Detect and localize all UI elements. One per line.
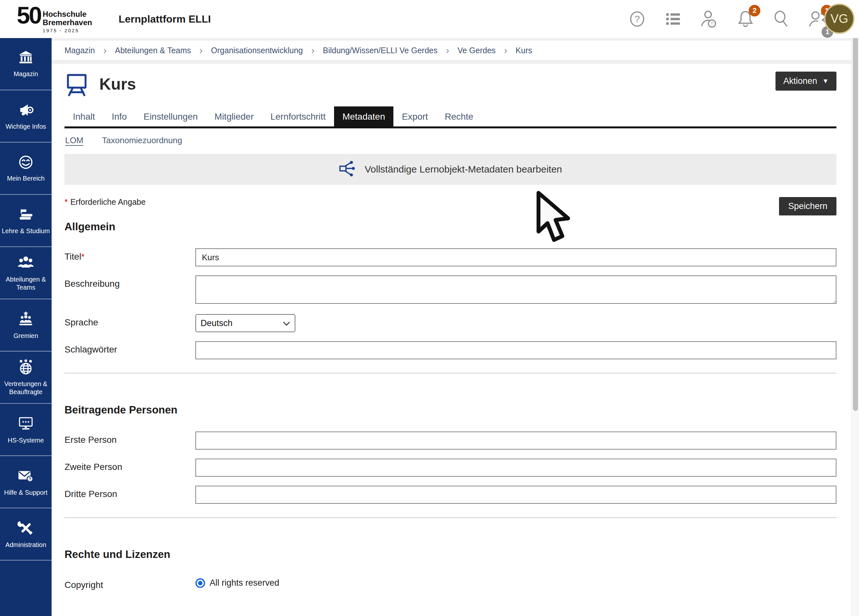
- sidebar-item-label: Magazin: [14, 70, 38, 78]
- second-person-label: Zweite Person: [64, 459, 195, 477]
- tab-lernfortschritt[interactable]: Lernfortschritt: [262, 106, 334, 127]
- section-heading-beitragende: Beitragende Personen: [64, 404, 836, 416]
- section-divider: [64, 373, 836, 374]
- search-icon[interactable]: [771, 9, 792, 29]
- copyright-option-label: All rights reserved: [209, 578, 279, 588]
- description-field-label: Beschreibung: [64, 275, 195, 305]
- second-person-input[interactable]: [195, 459, 836, 477]
- breadcrumb-item-organisationsentwicklung[interactable]: Organisationsentwicklung: [211, 46, 303, 55]
- tab-rechte[interactable]: Rechte: [436, 106, 482, 127]
- logo-name-line2: Bremerhaven: [42, 19, 92, 27]
- notifications-bell-icon[interactable]: 2: [735, 9, 756, 29]
- people-group-icon: [17, 254, 34, 272]
- monitor-password-icon: [17, 415, 34, 433]
- copyright-radio[interactable]: [195, 578, 205, 588]
- description-textarea[interactable]: [195, 275, 836, 304]
- scrollbar-thumb[interactable]: [853, 1, 858, 411]
- sidebar-item-label: Vertretungen & Beauftragte: [1, 380, 50, 396]
- edit-full-metadata-banner[interactable]: Vollständige Lernobjekt-Metadaten bearbe…: [64, 154, 836, 185]
- actions-button-label: Aktionen: [783, 76, 817, 86]
- list-menu-icon[interactable]: [663, 9, 684, 29]
- sidebar-item-label: Mein Bereich: [7, 175, 45, 183]
- keywords-input[interactable]: [195, 341, 836, 359]
- tab-info[interactable]: Info: [103, 106, 136, 127]
- course-board-icon: [64, 72, 89, 97]
- tab-bar: Inhalt Info Einstellungen Mitglieder Ler…: [64, 106, 836, 128]
- sidebar-item-label: Gremien: [14, 332, 38, 340]
- main-sidebar: Magazin Wichtige Infos: [0, 38, 52, 616]
- mail-question-icon: ?: [17, 467, 34, 485]
- building-icon: [18, 50, 34, 67]
- breadcrumb-item-abteilungen[interactable]: Abteilungen & Teams: [115, 46, 191, 55]
- help-icon[interactable]: ?: [627, 9, 648, 29]
- sidebar-item-wichtige-infos[interactable]: Wichtige Infos: [0, 90, 52, 142]
- tab-einstellungen[interactable]: Einstellungen: [135, 106, 206, 127]
- smiley-icon: [18, 155, 34, 171]
- sidebar-item-hs-systeme[interactable]: HS-Systeme: [0, 404, 52, 456]
- keywords-field-label: Schlagwörter: [64, 341, 195, 359]
- first-person-input[interactable]: [195, 432, 836, 450]
- breadcrumb-item-ve-gerdes[interactable]: Ve Gerdes: [458, 46, 496, 55]
- app-window: 50 Hochschule Bremerhaven 1975 - 2025 Le…: [0, 0, 859, 616]
- sidebar-item-gremien[interactable]: Gremien: [0, 299, 52, 352]
- sidebar-filler: [0, 561, 52, 616]
- required-note-label: Erforderliche Angabe: [70, 197, 145, 206]
- section-heading-allgemein: Allgemein: [64, 220, 836, 233]
- subtab-taxonomiezuordnung[interactable]: Taxonomiezuordnung: [102, 136, 182, 145]
- user-pending-icon[interactable]: !: [699, 9, 720, 29]
- breadcrumb-separator: ›: [446, 45, 449, 56]
- sidebar-item-hilfe-support[interactable]: ? Hilfe & Support: [0, 456, 52, 508]
- logo-50: 50: [17, 5, 41, 27]
- svg-text:?: ?: [634, 14, 640, 24]
- breadcrumb-separator: ›: [199, 45, 203, 56]
- copyright-field-label: Copyright: [64, 577, 195, 590]
- university-logo[interactable]: 50 Hochschule Bremerhaven 1975 - 2025: [17, 5, 92, 33]
- title-input[interactable]: [195, 249, 836, 266]
- sidebar-item-label: Administration: [5, 541, 47, 549]
- sidebar-item-label: Lehre & Studium: [2, 227, 50, 235]
- required-asterisk: *: [81, 252, 84, 261]
- required-asterisk: *: [64, 197, 68, 207]
- title-field-label: Titel*: [64, 249, 195, 266]
- tab-metadaten[interactable]: Metadaten: [334, 106, 394, 127]
- sidebar-item-mein-bereich[interactable]: Mein Bereich: [0, 142, 52, 195]
- subtab-bar: LOM Taxonomiezuordnung: [64, 136, 836, 145]
- language-select[interactable]: Deutsch: [195, 314, 295, 332]
- caret-down-icon: ▼: [822, 77, 829, 85]
- save-button[interactable]: Speichern: [779, 197, 836, 216]
- notifications-badge: 2: [749, 5, 760, 16]
- language-field-label: Sprache: [64, 314, 195, 332]
- sidebar-item-abteilungen-teams[interactable]: Abteilungen & Teams: [0, 247, 52, 299]
- sidebar-item-lehre-studium[interactable]: Lehre & Studium: [0, 195, 52, 247]
- breadcrumb-item-kurs[interactable]: Kurs: [515, 46, 532, 55]
- breadcrumb: Magazin › Abteilungen & Teams › Organisa…: [52, 38, 859, 64]
- third-person-label: Dritte Person: [64, 486, 195, 504]
- tab-mitglieder[interactable]: Mitglieder: [206, 106, 262, 127]
- required-note: *Erforderliche Angabe: [64, 197, 146, 207]
- crowd-hand-icon: [17, 311, 34, 328]
- sidebar-item-magazin[interactable]: Magazin: [0, 38, 52, 90]
- logo-years: 1975 - 2025: [42, 28, 92, 33]
- sidebar-item-vertretungen[interactable]: Vertretungen & Beauftragte: [0, 352, 52, 404]
- metadata-node-icon: [339, 160, 356, 179]
- breadcrumb-item-magazin[interactable]: Magazin: [64, 46, 95, 55]
- svg-text:?: ?: [29, 476, 31, 482]
- tab-inhalt[interactable]: Inhalt: [64, 106, 103, 127]
- actions-button[interactable]: Aktionen ▼: [776, 72, 836, 91]
- breadcrumb-separator: ›: [311, 45, 314, 56]
- third-person-input[interactable]: [195, 486, 836, 504]
- section-divider: [64, 517, 836, 518]
- sidebar-item-label: Abteilungen & Teams: [1, 275, 50, 292]
- sidebar-item-administration[interactable]: Administration: [0, 508, 52, 561]
- scrollbar-track[interactable]: [851, 0, 859, 616]
- title-label-text: Titel: [64, 252, 81, 261]
- sidebar-item-label: HS-Systeme: [8, 436, 44, 444]
- avatar[interactable]: VG: [824, 3, 854, 34]
- tab-export[interactable]: Export: [394, 106, 436, 127]
- subtab-lom[interactable]: LOM: [65, 136, 83, 145]
- breadcrumb-item-bildung-wissen[interactable]: Bildung/Wissen/ELLI Ve Gerdes: [323, 46, 437, 55]
- globe-people-icon: [17, 359, 34, 377]
- breadcrumb-separator: ›: [504, 45, 507, 56]
- tools-icon: [17, 519, 34, 538]
- svg-text:!: !: [711, 20, 712, 27]
